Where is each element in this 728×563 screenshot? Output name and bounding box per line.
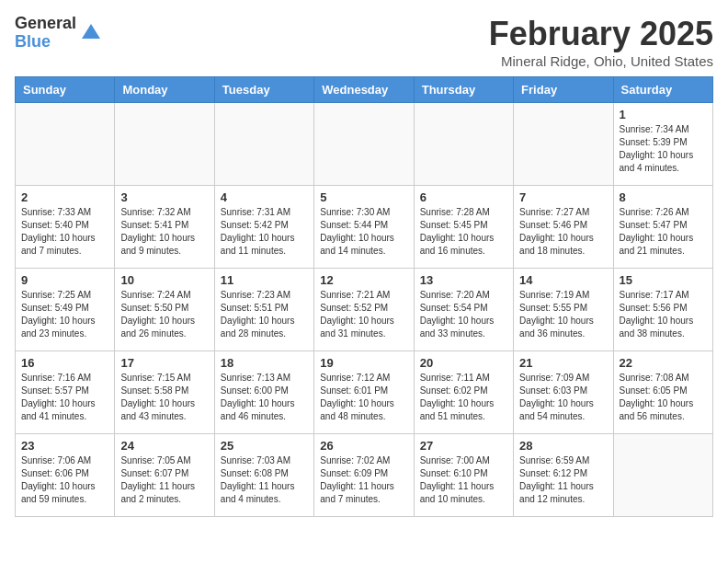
calendar-cell: 7Sunrise: 7:27 AM Sunset: 5:46 PM Daylig… (514, 186, 613, 269)
day-info: Sunrise: 7:32 AM Sunset: 5:41 PM Dayligh… (120, 206, 208, 258)
day-number: 9 (21, 273, 108, 287)
calendar-cell: 28Sunrise: 6:59 AM Sunset: 6:12 PM Dayli… (514, 434, 613, 517)
day-info: Sunrise: 6:59 AM Sunset: 6:12 PM Dayligh… (519, 454, 607, 506)
calendar-cell: 26Sunrise: 7:02 AM Sunset: 6:09 PM Dayli… (314, 434, 414, 517)
week-row-0: 1Sunrise: 7:34 AM Sunset: 5:39 PM Daylig… (16, 103, 713, 186)
week-row-2: 9Sunrise: 7:25 AM Sunset: 5:49 PM Daylig… (16, 269, 713, 351)
day-number: 28 (519, 439, 607, 453)
calendar-cell: 11Sunrise: 7:23 AM Sunset: 5:51 PM Dayli… (214, 269, 313, 351)
month-title: February 2025 (489, 15, 713, 53)
calendar-header: SundayMondayTuesdayWednesdayThursdayFrid… (16, 77, 713, 103)
svg-marker-0 (82, 24, 100, 39)
day-info: Sunrise: 7:09 AM Sunset: 6:03 PM Dayligh… (519, 372, 607, 423)
calendar-cell: 21Sunrise: 7:09 AM Sunset: 6:03 PM Dayli… (514, 351, 613, 434)
day-info: Sunrise: 7:34 AM Sunset: 5:39 PM Dayligh… (620, 123, 707, 175)
calendar-cell: 27Sunrise: 7:00 AM Sunset: 6:10 PM Dayli… (414, 434, 513, 517)
day-number: 3 (120, 190, 208, 204)
calendar-cell: 3Sunrise: 7:32 AM Sunset: 5:41 PM Daylig… (115, 186, 214, 269)
calendar-cell: 23Sunrise: 7:06 AM Sunset: 6:06 PM Dayli… (16, 434, 115, 517)
calendar-cell: 5Sunrise: 7:30 AM Sunset: 5:44 PM Daylig… (314, 186, 414, 269)
calendar-cell: 19Sunrise: 7:12 AM Sunset: 6:01 PM Dayli… (314, 351, 414, 434)
day-number: 20 (420, 356, 507, 370)
day-info: Sunrise: 7:28 AM Sunset: 5:45 PM Dayligh… (420, 206, 507, 258)
calendar-cell: 9Sunrise: 7:25 AM Sunset: 5:49 PM Daylig… (16, 269, 115, 351)
day-info: Sunrise: 7:33 AM Sunset: 5:40 PM Dayligh… (21, 206, 108, 258)
calendar-cell (16, 103, 115, 186)
week-row-1: 2Sunrise: 7:33 AM Sunset: 5:40 PM Daylig… (16, 186, 713, 269)
day-number: 21 (519, 356, 607, 370)
day-header-monday: Monday (115, 77, 214, 103)
title-area: February 2025 Mineral Ridge, Ohio, Unite… (489, 15, 713, 69)
day-number: 1 (620, 108, 707, 121)
day-info: Sunrise: 7:23 AM Sunset: 5:51 PM Dayligh… (221, 289, 308, 340)
day-number: 24 (120, 439, 208, 453)
calendar-cell: 6Sunrise: 7:28 AM Sunset: 5:45 PM Daylig… (414, 186, 513, 269)
day-info: Sunrise: 7:31 AM Sunset: 5:42 PM Dayligh… (221, 206, 308, 258)
day-header-sunday: Sunday (16, 77, 115, 103)
logo-general: General (15, 15, 76, 33)
day-header-tuesday: Tuesday (214, 77, 313, 103)
calendar-cell (414, 103, 513, 186)
day-info: Sunrise: 7:24 AM Sunset: 5:50 PM Dayligh… (120, 289, 208, 340)
calendar-cell: 24Sunrise: 7:05 AM Sunset: 6:07 PM Dayli… (115, 434, 214, 517)
day-number: 6 (420, 190, 507, 204)
calendar-cell: 2Sunrise: 7:33 AM Sunset: 5:40 PM Daylig… (16, 186, 115, 269)
calendar-cell: 4Sunrise: 7:31 AM Sunset: 5:42 PM Daylig… (214, 186, 313, 269)
day-number: 4 (221, 190, 308, 204)
logo-blue: Blue (15, 33, 76, 52)
week-row-4: 23Sunrise: 7:06 AM Sunset: 6:06 PM Dayli… (16, 434, 713, 517)
day-info: Sunrise: 7:19 AM Sunset: 5:55 PM Dayligh… (519, 289, 607, 340)
day-number: 7 (519, 190, 607, 204)
calendar-cell: 1Sunrise: 7:34 AM Sunset: 5:39 PM Daylig… (613, 103, 712, 186)
day-number: 10 (120, 273, 208, 287)
day-info: Sunrise: 7:25 AM Sunset: 5:49 PM Dayligh… (21, 289, 108, 340)
day-info: Sunrise: 7:03 AM Sunset: 6:08 PM Dayligh… (221, 454, 308, 506)
day-number: 27 (420, 439, 507, 453)
calendar-cell: 15Sunrise: 7:17 AM Sunset: 5:56 PM Dayli… (613, 269, 712, 351)
day-number: 15 (620, 273, 707, 287)
day-number: 23 (21, 439, 108, 453)
day-number: 18 (221, 356, 308, 370)
calendar-cell: 17Sunrise: 7:15 AM Sunset: 5:58 PM Dayli… (115, 351, 214, 434)
day-number: 19 (320, 356, 407, 370)
day-number: 17 (120, 356, 208, 370)
day-info: Sunrise: 7:27 AM Sunset: 5:46 PM Dayligh… (519, 206, 607, 258)
day-header-wednesday: Wednesday (314, 77, 414, 103)
calendar-table: SundayMondayTuesdayWednesdayThursdayFrid… (15, 76, 713, 517)
day-number: 8 (620, 190, 707, 204)
calendar-cell: 22Sunrise: 7:08 AM Sunset: 6:05 PM Dayli… (613, 351, 712, 434)
calendar-cell: 8Sunrise: 7:26 AM Sunset: 5:47 PM Daylig… (613, 186, 712, 269)
day-header-friday: Friday (514, 77, 613, 103)
day-header-thursday: Thursday (414, 77, 513, 103)
page-header: General Blue February 2025 Mineral Ridge… (15, 15, 713, 69)
day-info: Sunrise: 7:06 AM Sunset: 6:06 PM Dayligh… (21, 454, 108, 506)
calendar-cell (514, 103, 613, 186)
day-info: Sunrise: 7:15 AM Sunset: 5:58 PM Dayligh… (120, 372, 208, 423)
day-number: 14 (519, 273, 607, 287)
day-number: 5 (320, 190, 407, 204)
day-info: Sunrise: 7:30 AM Sunset: 5:44 PM Dayligh… (320, 206, 407, 258)
day-info: Sunrise: 7:20 AM Sunset: 5:54 PM Dayligh… (420, 289, 507, 340)
day-info: Sunrise: 7:00 AM Sunset: 6:10 PM Dayligh… (420, 454, 507, 506)
calendar-cell (314, 103, 414, 186)
calendar-cell (214, 103, 313, 186)
day-info: Sunrise: 7:11 AM Sunset: 6:02 PM Dayligh… (420, 372, 507, 423)
header-row: SundayMondayTuesdayWednesdayThursdayFrid… (16, 77, 713, 103)
calendar-body: 1Sunrise: 7:34 AM Sunset: 5:39 PM Daylig… (16, 103, 713, 517)
day-number: 13 (420, 273, 507, 287)
day-number: 26 (320, 439, 407, 453)
day-info: Sunrise: 7:16 AM Sunset: 5:57 PM Dayligh… (21, 372, 108, 423)
day-number: 16 (21, 356, 108, 370)
day-info: Sunrise: 7:13 AM Sunset: 6:00 PM Dayligh… (221, 372, 308, 423)
day-info: Sunrise: 7:02 AM Sunset: 6:09 PM Dayligh… (320, 454, 407, 506)
logo-icon (78, 20, 104, 46)
calendar-cell: 18Sunrise: 7:13 AM Sunset: 6:00 PM Dayli… (214, 351, 313, 434)
calendar-cell: 20Sunrise: 7:11 AM Sunset: 6:02 PM Dayli… (414, 351, 513, 434)
day-number: 11 (221, 273, 308, 287)
day-info: Sunrise: 7:21 AM Sunset: 5:52 PM Dayligh… (320, 289, 407, 340)
calendar-cell (115, 103, 214, 186)
location: Mineral Ridge, Ohio, United States (489, 53, 713, 69)
day-info: Sunrise: 7:17 AM Sunset: 5:56 PM Dayligh… (620, 289, 707, 340)
day-number: 12 (320, 273, 407, 287)
day-info: Sunrise: 7:26 AM Sunset: 5:47 PM Dayligh… (620, 206, 707, 258)
